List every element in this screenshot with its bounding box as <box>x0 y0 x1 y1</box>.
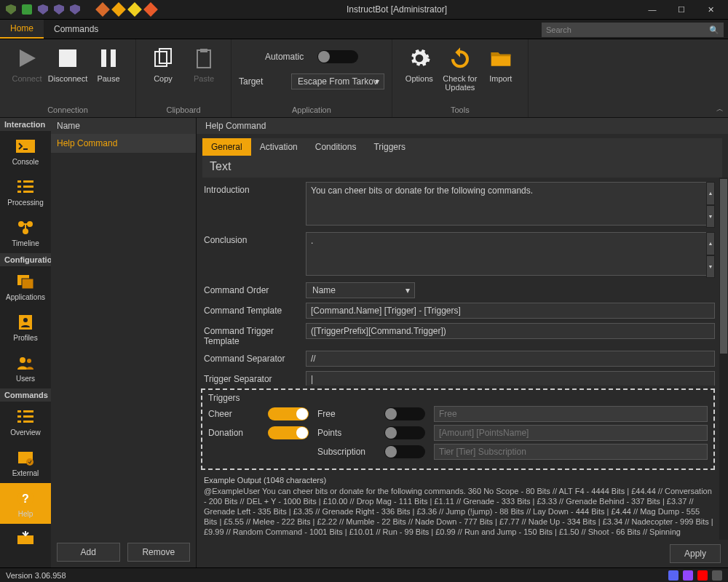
tab-home[interactable]: Home <box>0 20 44 39</box>
svg-rect-6 <box>197 50 210 68</box>
donation-toggle[interactable] <box>268 426 309 439</box>
shield-icon <box>6 4 16 15</box>
youtube-icon[interactable] <box>697 570 708 581</box>
add-button[interactable]: Add <box>57 543 120 562</box>
search-input[interactable]: Search 🔍 <box>542 23 724 37</box>
import-button[interactable]: Import <box>481 42 521 83</box>
spinner[interactable]: ▲▼ <box>706 182 715 228</box>
points-toggle[interactable] <box>384 426 425 439</box>
sidebar-item-users[interactable]: Users <box>0 348 51 388</box>
cheer-toggle[interactable] <box>268 407 309 420</box>
free-input[interactable] <box>434 406 708 422</box>
subtab-activation[interactable]: Activation <box>251 138 306 156</box>
free-toggle[interactable] <box>384 407 425 420</box>
tab-commands[interactable]: Commands <box>44 20 108 39</box>
example-output: Example Output (1048 characters) @Exampl… <box>197 473 728 540</box>
svg-rect-1 <box>59 49 76 67</box>
collapse-ribbon-button[interactable]: ︿ <box>716 104 724 114</box>
connect-button[interactable]: Connect <box>7 42 47 83</box>
svg-rect-28 <box>17 420 21 423</box>
svg-rect-19 <box>22 279 33 289</box>
subtabs: General Activation Conditions Triggers <box>202 138 722 156</box>
subscription-input[interactable] <box>434 444 708 460</box>
triggers-section: Triggers Cheer Free Donation Points <box>201 388 715 470</box>
external-icon <box>16 448 35 467</box>
free-label: Free <box>317 409 376 419</box>
sidebar-item-applications[interactable]: Applications <box>0 266 51 307</box>
points-input[interactable] <box>434 425 708 441</box>
spinner[interactable]: ▲▼ <box>706 232 715 278</box>
pause-button[interactable]: Pause <box>89 42 128 83</box>
copy-button[interactable]: Copy <box>143 42 183 83</box>
trigger-separator-input[interactable] <box>306 371 715 386</box>
automatic-label: Automatic <box>265 52 310 62</box>
svg-rect-24 <box>17 410 21 412</box>
folder-icon <box>488 45 514 71</box>
svg-rect-34 <box>17 535 33 544</box>
ribbon-group-connection: Connect Disconnect Pause Connection <box>0 39 136 117</box>
introduction-label: Introduction <box>204 182 306 195</box>
apply-button[interactable]: Apply <box>670 544 721 563</box>
discord-icon[interactable] <box>668 570 678 581</box>
sidebar-item-overview[interactable]: Overview <box>0 402 51 442</box>
command-separator-label: Command Separator <box>204 351 306 364</box>
subtab-conditions[interactable]: Conditions <box>306 138 365 156</box>
content-header: Help Command <box>197 118 728 134</box>
tag3-icon <box>127 2 142 17</box>
command-trigger-template-input[interactable] <box>306 323 715 339</box>
list-item[interactable]: Help Command <box>51 134 196 153</box>
triggers-title: Triggers <box>208 393 708 403</box>
misc-icon[interactable] <box>712 570 722 581</box>
trigger-separator-label: Trigger Separator <box>204 371 306 384</box>
titlebar: InstructBot [Administrator] — ☐ ✕ <box>0 0 728 19</box>
ribbon-group-clipboard: Copy Paste Clipboard <box>136 39 232 117</box>
svg-rect-14 <box>23 191 33 193</box>
sidebar-item-processing[interactable]: Processing <box>0 172 51 212</box>
subscription-toggle[interactable] <box>384 445 425 458</box>
users-icon <box>16 354 35 372</box>
check-updates-button[interactable]: Check for Updates <box>440 42 480 92</box>
remove-button[interactable]: Remove <box>127 543 191 562</box>
section-text-header: Text <box>202 156 722 178</box>
windows-icon <box>16 272 35 291</box>
console-icon <box>16 137 35 156</box>
tag1-icon <box>95 2 110 17</box>
search-placeholder: Search <box>546 25 571 34</box>
paste-button[interactable]: Paste <box>184 42 223 83</box>
sidebar-item-more[interactable] <box>0 524 51 549</box>
minimize-button[interactable]: — <box>638 0 667 19</box>
statusbar: Version 3.06.958 <box>0 567 728 582</box>
subtab-triggers[interactable]: Triggers <box>365 138 414 156</box>
ribbon-group-label: Tools <box>451 105 470 116</box>
introduction-input[interactable] <box>306 182 715 226</box>
sidebar-item-console[interactable]: Console <box>0 131 51 172</box>
command-template-label: Command Template <box>204 303 306 316</box>
maximize-button[interactable]: ☐ <box>667 0 696 19</box>
subtab-general[interactable]: General <box>202 138 251 156</box>
sidebar-item-timeline[interactable]: Timeline <box>0 212 51 253</box>
search-icon: 🔍 <box>709 25 719 35</box>
sidebar-item-help[interactable]: ? Help <box>0 483 51 524</box>
svg-rect-25 <box>23 410 33 412</box>
twitch-icon[interactable] <box>683 570 693 581</box>
timeline-icon <box>16 218 35 237</box>
sidebar-item-external[interactable]: External <box>0 442 51 483</box>
disconnect-button[interactable]: Disconnect <box>48 42 87 83</box>
command-separator-input[interactable] <box>306 351 715 367</box>
command-order-dropdown[interactable]: Name <box>306 282 415 298</box>
svg-point-21 <box>23 318 28 322</box>
form-area: Introduction ▲▼ Conclusion ▲▼ Command Or… <box>197 178 728 386</box>
sidebar: Interaction Console Processing Timeline … <box>0 118 51 567</box>
svg-rect-10 <box>23 180 33 183</box>
svg-text:?: ? <box>22 493 29 505</box>
points-label: Points <box>317 428 376 438</box>
close-button[interactable]: ✕ <box>696 0 725 19</box>
options-button[interactable]: Options <box>400 42 439 83</box>
sidebar-item-profiles[interactable]: Profiles <box>0 307 51 348</box>
command-template-input[interactable] <box>306 303 715 319</box>
svg-rect-13 <box>17 191 21 193</box>
target-dropdown[interactable]: Escape From Tarkov <box>291 73 384 89</box>
automatic-toggle[interactable] <box>317 50 358 63</box>
conclusion-input[interactable] <box>306 232 715 276</box>
paste-icon <box>191 45 217 71</box>
